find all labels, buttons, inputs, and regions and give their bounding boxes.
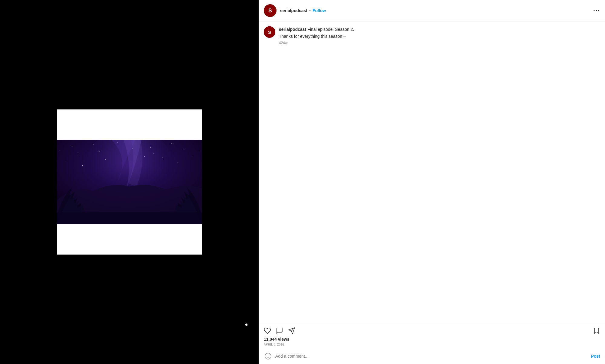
comments-section: S serialpodcastFinal episode, Season 2. … [259, 21, 605, 324]
user-avatar[interactable]: S [264, 4, 276, 17]
header-username[interactable]: serialpodcast [280, 8, 307, 13]
actions-bar: 11,044 views April 5, 2016 [259, 324, 605, 348]
svg-point-5 [150, 147, 151, 148]
svg-point-13 [105, 159, 105, 160]
svg-point-17 [199, 151, 199, 152]
share-button[interactable] [288, 327, 295, 334]
comment-input[interactable] [275, 354, 591, 359]
svg-point-8 [78, 154, 78, 155]
post-date: April 5, 2016 [264, 343, 600, 346]
svg-point-3 [93, 144, 93, 145]
svg-point-11 [193, 156, 193, 157]
comment-avatar-letter: S [264, 26, 275, 38]
comment-username[interactable]: serialpodcast [279, 27, 306, 32]
views-count: 11,044 views [264, 337, 600, 342]
add-comment-bar: Post [259, 348, 605, 364]
night-sky-svg [57, 140, 202, 224]
comment-button[interactable] [276, 327, 283, 334]
comment-avatar[interactable]: S [264, 26, 275, 38]
media-top-bar [57, 109, 202, 140]
comment-text: serialpodcastFinal episode, Season 2. [279, 26, 600, 33]
post-comment-button[interactable]: Post [591, 354, 600, 359]
svg-point-12 [66, 161, 66, 161]
follow-button[interactable]: Follow [312, 8, 326, 13]
svg-point-19 [132, 148, 132, 149]
svg-point-16 [82, 165, 83, 166]
svg-point-18 [60, 150, 60, 151]
post-header: S serialpodcast • Follow ··· [259, 0, 605, 21]
svg-point-9 [99, 151, 100, 152]
svg-point-15 [178, 162, 178, 163]
svg-point-24 [265, 353, 271, 359]
comment-subtext: Thanks for everything this season – [279, 33, 600, 40]
svg-point-2 [72, 145, 72, 146]
svg-point-20 [144, 156, 145, 157]
svg-point-14 [162, 158, 163, 158]
media-main [57, 140, 202, 224]
bookmark-button[interactable] [593, 327, 600, 334]
more-options-button[interactable]: ··· [593, 7, 600, 14]
comment-body: serialpodcastFinal episode, Season 2. Th… [279, 26, 600, 45]
svg-rect-21 [57, 212, 202, 224]
comment-caption: Final episode, Season 2. [307, 27, 354, 32]
post-panel: S serialpodcast • Follow ··· S serialpod… [259, 0, 605, 364]
media-bottom-bar [57, 224, 202, 255]
svg-point-6 [171, 143, 172, 144]
svg-point-10 [153, 153, 154, 154]
media-area [0, 0, 259, 364]
mute-button[interactable] [242, 319, 253, 330]
emoji-button[interactable] [264, 352, 272, 360]
caption-comment: S serialpodcastFinal episode, Season 2. … [264, 26, 600, 45]
avatar-letter: S [264, 4, 276, 17]
comment-timestamp: 424w [279, 41, 600, 45]
like-button[interactable] [264, 327, 271, 334]
media-container [57, 109, 202, 255]
svg-point-4 [117, 142, 118, 143]
svg-point-7 [184, 148, 184, 149]
action-icons [264, 327, 600, 334]
header-dot: • [309, 8, 311, 13]
